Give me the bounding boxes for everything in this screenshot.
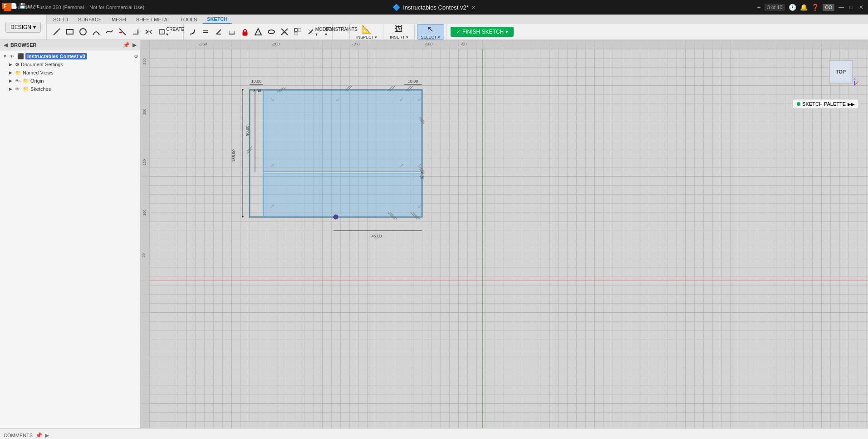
minimize-btn[interactable]: — (838, 4, 844, 10)
comments-label: COMMENTS (4, 433, 33, 438)
app-logo-icon: F (2, 3, 9, 9)
axis-vertical (482, 40, 483, 428)
svg-point-58 (333, 215, 338, 219)
help-icon[interactable]: ❓ (811, 4, 819, 11)
tool-line[interactable] (50, 25, 63, 38)
svg-rect-25 (263, 90, 422, 172)
toolbar-tabs: SOLID SURFACE MESH SHEET METAL TOOLS SKE… (47, 15, 868, 39)
constraints-dropdown[interactable]: CONSTRAINTS ▾ (335, 25, 348, 38)
tool-trim[interactable] (116, 25, 129, 38)
tool-rect[interactable] (64, 25, 76, 38)
svg-text:Z: Z (853, 76, 856, 80)
quick-access-undo[interactable]: ↩ (28, 3, 32, 9)
tree-doc-toggle[interactable]: ▶ (7, 61, 14, 68)
ruler-label-minus200: -200 (272, 42, 280, 46)
browser-title: BROWSER (10, 42, 120, 48)
tab-tools[interactable]: TOOLS (176, 16, 201, 23)
tree-named-views-toggle[interactable]: ▶ (7, 69, 14, 76)
notification-icon[interactable]: 🔔 (800, 4, 808, 11)
browser-collapse-icon[interactable]: ▶ (132, 42, 137, 48)
sketch-palette[interactable]: SKETCH PALETTE ▶▶ (793, 99, 859, 109)
tool-offset[interactable] (129, 25, 142, 38)
browser-header: ◀ BROWSER 📌 ▶ (0, 40, 140, 50)
eye-icon-root[interactable]: 👁 (10, 54, 16, 59)
insert-btn[interactable]: 🖼 INSERT ▾ (386, 24, 412, 39)
tool-equal[interactable] (199, 25, 212, 38)
ruler-label-minus50: -50 (461, 42, 466, 46)
tab-surface[interactable]: SURFACE (74, 16, 106, 23)
clock-icon[interactable]: 🕐 (789, 4, 796, 11)
quick-access-new[interactable]: 📄 (10, 3, 17, 9)
svg-text:TOP: TOP (836, 69, 846, 74)
tab-sheet-metal[interactable]: SHEET METAL (132, 16, 175, 23)
title-close-btn[interactable]: ✕ (471, 5, 476, 10)
svg-text:↘: ↘ (270, 96, 275, 103)
tree-root-icon: ⬛ (17, 53, 24, 59)
svg-rect-21 (294, 32, 297, 35)
sketch-palette-expand-icon[interactable]: ▶▶ (848, 102, 855, 107)
create-dropdown[interactable]: CREATE ▾ (169, 25, 181, 38)
tree-root-settings-icon[interactable]: ⚙ (134, 54, 138, 59)
eye-icon-origin[interactable]: 👁 (15, 79, 21, 84)
browser-pin-icon[interactable]: 📌 (123, 42, 130, 48)
comments-collapse-icon[interactable]: ▶ (45, 432, 49, 439)
inspect-icon: 📐 (362, 24, 372, 34)
tree-doc-settings[interactable]: ▶ ⚙ Document Settings (0, 60, 140, 69)
tool-fillet[interactable] (186, 25, 199, 38)
insert-icon: 🖼 (395, 25, 403, 34)
quick-access-redo[interactable]: ↪ (34, 3, 39, 9)
close-btn[interactable]: ✕ (858, 4, 864, 10)
user-icon[interactable]: OO (823, 4, 834, 11)
ruler-label-minus150: -150 (352, 42, 360, 46)
tree-origin-label: Origin (30, 78, 44, 84)
tree-sketches[interactable]: ▶ 👁 📁 Sketches (0, 85, 140, 93)
tab-mesh[interactable]: MESH (107, 16, 131, 23)
design-dropdown[interactable]: DESIGN ▾ (0, 15, 47, 39)
tool-angle[interactable] (212, 25, 225, 38)
tool-ellipse[interactable] (265, 25, 278, 38)
svg-marker-15 (255, 29, 261, 35)
modify-group: MODIFY ▾ (184, 24, 333, 39)
viewport[interactable]: -250 -200 -150 -100 -50 250 200 150 100 … (141, 40, 868, 428)
tab-solid[interactable]: SOLID (49, 16, 73, 23)
comments-pin-icon[interactable]: 📌 (35, 432, 42, 439)
eye-icon-sketches[interactable]: 👁 (15, 87, 21, 92)
tool-dimension[interactable] (226, 25, 238, 38)
tab-sketch[interactable]: SKETCH (202, 15, 232, 24)
tool-circle[interactable] (77, 25, 89, 38)
tool-cross[interactable] (278, 25, 291, 38)
ruler-label-minus250: -250 (199, 42, 207, 46)
finish-sketch-checkmark: ✓ (456, 29, 461, 35)
tool-pattern[interactable] (291, 25, 304, 38)
tool-mirror[interactable] (142, 25, 155, 38)
maximize-btn[interactable]: □ (848, 4, 854, 10)
tool-triangle[interactable] (252, 25, 265, 38)
select-btn[interactable]: ↖ SELECT ▾ (417, 24, 444, 39)
tool-arc[interactable] (90, 25, 103, 38)
tree-root[interactable]: ▼ 👁 ⬛ Instructables Contest v0 ⚙ (0, 52, 140, 60)
tree-named-views[interactable]: ▶ 📁 Named Views (0, 69, 140, 77)
quick-access-save[interactable]: 💾 (19, 3, 26, 9)
view-cube[interactable]: TOP X Z (823, 54, 859, 90)
svg-text:45.00: 45.00 (372, 234, 382, 238)
design-button[interactable]: DESIGN ▾ (5, 22, 41, 33)
tool-lock[interactable] (239, 25, 251, 38)
ruler-v-50: 50 (142, 253, 146, 257)
nav-back-icon[interactable]: ◀ (4, 42, 8, 48)
tree-root-toggle[interactable]: ▼ (2, 53, 8, 59)
ruler-label-minus100: -100 (424, 42, 432, 46)
svg-line-9 (216, 30, 221, 34)
finish-sketch-button[interactable]: ✓ FINISH SKETCH ▾ (451, 27, 514, 37)
ruler-v-100: 100 (142, 210, 147, 216)
named-views-icon: 📁 (15, 70, 21, 76)
svg-text:↗: ↗ (399, 162, 404, 168)
svg-text:185.00: 185.00 (231, 149, 236, 162)
toolbar: DESIGN ▾ SOLID SURFACE MESH SHEET METAL … (0, 15, 868, 40)
tree-root-label: Instructables Contest v0 (25, 53, 87, 59)
tree-origin[interactable]: ▶ 👁 📁 Origin (0, 77, 140, 85)
tool-spline[interactable] (103, 25, 116, 38)
svg-text:↙: ↙ (336, 96, 340, 103)
tree-origin-toggle[interactable]: ▶ (7, 78, 14, 84)
new-tab-btn[interactable]: + (757, 4, 761, 11)
tree-sketches-toggle[interactable]: ▶ (7, 86, 14, 92)
